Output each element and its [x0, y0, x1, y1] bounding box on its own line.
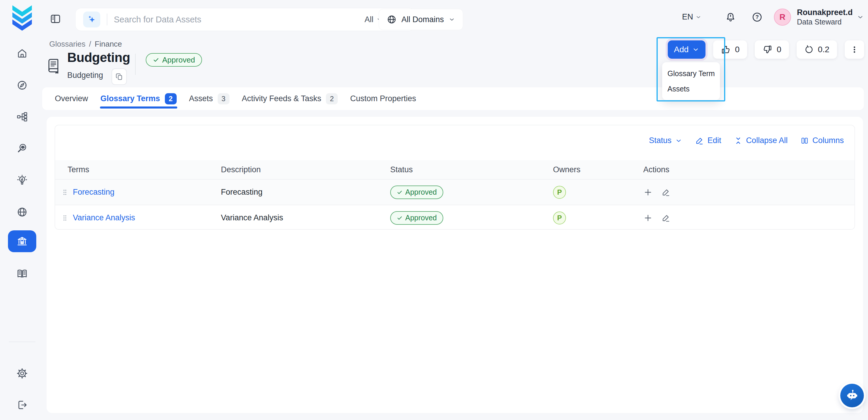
edit-term-button[interactable]	[661, 188, 671, 197]
chevron-down-icon	[692, 46, 699, 53]
edit-button[interactable]: Edit	[695, 136, 721, 145]
tab-glossary-terms-count: 2	[165, 93, 177, 104]
title-divider	[135, 54, 136, 75]
col-header-description: Description	[216, 165, 384, 174]
chatbot-button[interactable]	[840, 384, 864, 407]
panel-toggle-icon	[50, 13, 61, 25]
term-status-cell: Approved	[384, 185, 546, 199]
compass-icon	[17, 80, 28, 91]
chevron-down-icon	[448, 16, 455, 23]
term-link[interactable]: Variance Analysis	[73, 213, 135, 222]
drag-handle-icon[interactable]	[62, 188, 68, 196]
entity-tabs: Overview Glossary Terms 2 Assets 3 Activ…	[42, 87, 864, 110]
all-domains-button[interactable]: All Domains	[379, 9, 463, 30]
term-cell: Variance Analysis	[55, 213, 216, 222]
columns-button-label: Columns	[812, 136, 844, 145]
chevron-down-icon	[675, 137, 682, 144]
header-actions: Add 0 0 0.2	[668, 40, 864, 59]
table-header-row: Terms Description Status Owners Actions	[55, 160, 855, 179]
gear-icon	[16, 367, 28, 379]
tab-custom-properties-label: Custom Properties	[350, 94, 416, 103]
more-options-button[interactable]	[845, 40, 864, 59]
sidebar-item-observability[interactable]	[17, 143, 28, 154]
drag-handle-icon[interactable]	[62, 214, 68, 222]
sidebar-item-domains[interactable]	[17, 206, 28, 218]
tab-overview[interactable]: Overview	[55, 87, 88, 110]
edit-term-button[interactable]	[661, 214, 671, 222]
status-badge-label: Approved	[405, 214, 437, 222]
add-button[interactable]: Add	[668, 40, 706, 59]
topbar-right-cluster: EN ? R Rounakpreet.d Data Steward	[682, 0, 864, 34]
status-badge: Approved	[390, 185, 443, 199]
add-child-term-button[interactable]	[643, 187, 653, 197]
term-status-cell: Approved	[384, 211, 546, 225]
user-role: Data Steward	[797, 18, 852, 27]
open-book-icon	[16, 268, 28, 280]
collapse-all-button[interactable]: Collapse All	[734, 136, 787, 145]
search-input[interactable]	[114, 15, 365, 25]
app-root: All All Domains EN	[0, 0, 868, 420]
ai-search-toggle[interactable]	[83, 11, 100, 27]
add-child-term-button[interactable]	[643, 213, 653, 223]
user-avatar[interactable]: R	[774, 8, 791, 26]
downvote-button[interactable]: 0	[755, 40, 789, 59]
user-info[interactable]: Rounakpreet.d Data Steward	[797, 8, 852, 27]
term-link[interactable]: Forecasting	[73, 187, 115, 197]
menu-item-assets[interactable]: Assets	[662, 81, 720, 96]
sidebar-item-govern-active[interactable]	[8, 230, 36, 252]
status-filter[interactable]: Status	[649, 136, 682, 145]
breadcrumb-separator: /	[89, 39, 91, 49]
sparkles-icon	[87, 14, 97, 25]
collapse-all-icon	[734, 137, 742, 145]
version-value: 0.2	[818, 45, 829, 54]
col-header-owners: Owners	[546, 165, 634, 174]
user-name: Rounakpreet.d	[797, 8, 852, 18]
sidebar-item-home[interactable]	[17, 48, 28, 59]
columns-button[interactable]: Columns	[801, 136, 844, 145]
sidebar-item-insights[interactable]	[16, 174, 28, 186]
plus-icon	[643, 213, 653, 223]
tab-glossary-terms[interactable]: Glossary Terms 2	[100, 87, 177, 110]
add-button-label: Add	[674, 45, 689, 54]
owner-avatar[interactable]: P	[553, 211, 566, 224]
term-cell: Forecasting	[55, 187, 216, 197]
bank-icon	[16, 235, 28, 247]
pencil-icon	[661, 214, 671, 222]
language-value: EN	[682, 12, 693, 22]
tab-assets-label: Assets	[189, 94, 213, 103]
sidebar-item-glossary-docs[interactable]	[16, 268, 28, 280]
sidebar-item-lineage[interactable]	[17, 111, 28, 122]
svg-text:?: ?	[755, 14, 758, 20]
table-row: Forecasting Forecasting Approved P	[55, 179, 855, 205]
col-header-terms: Terms	[55, 165, 216, 174]
help-button[interactable]: ?	[751, 11, 763, 23]
status-badge: Approved	[390, 211, 443, 225]
version-button[interactable]: 0.2	[797, 40, 837, 59]
sidebar-item-explore[interactable]	[17, 80, 28, 91]
tab-activity-label: Activity Feeds & Tasks	[242, 94, 321, 103]
upvote-button[interactable]: 0	[713, 40, 747, 59]
sidebar-item-logout[interactable]	[17, 399, 28, 411]
tab-overview-label: Overview	[55, 94, 88, 103]
notifications-button[interactable]	[725, 11, 736, 23]
breadcrumb-glossaries[interactable]: Glossaries	[49, 39, 86, 49]
owner-initial: P	[557, 214, 562, 222]
sidebar-toggle-button[interactable]	[50, 13, 61, 25]
left-sidebar	[0, 0, 44, 420]
app-logo[interactable]	[11, 5, 34, 31]
check-icon	[397, 215, 403, 221]
tab-custom-properties[interactable]: Custom Properties	[350, 87, 416, 110]
breadcrumb-finance[interactable]: Finance	[95, 39, 122, 49]
columns-icon	[801, 137, 809, 145]
chevron-down-icon[interactable]	[857, 13, 864, 21]
language-select[interactable]: EN	[682, 12, 701, 22]
owner-initial: P	[557, 188, 562, 197]
tab-assets[interactable]: Assets 3	[189, 87, 229, 110]
lineage-icon	[17, 111, 28, 122]
sidebar-item-settings[interactable]	[16, 367, 28, 379]
copy-name-button[interactable]	[112, 68, 127, 85]
collapse-all-label: Collapse All	[746, 136, 787, 145]
owner-avatar[interactable]: P	[553, 186, 566, 199]
menu-item-glossary-term[interactable]: Glossary Term	[662, 66, 720, 81]
tab-activity-feeds[interactable]: Activity Feeds & Tasks 2	[242, 87, 338, 110]
